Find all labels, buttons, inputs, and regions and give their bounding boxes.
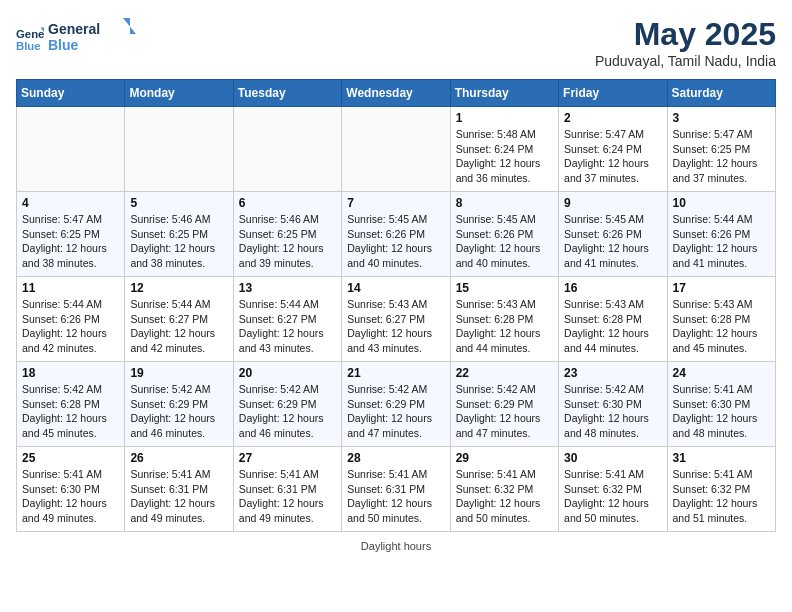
day-info: Sunrise: 5:42 AM Sunset: 6:29 PM Dayligh… [239,382,336,441]
calendar-cell [125,107,233,192]
day-number: 29 [456,451,553,465]
day-number: 17 [673,281,770,295]
calendar-cell: 30Sunrise: 5:41 AM Sunset: 6:32 PM Dayli… [559,447,667,532]
calendar-cell: 9Sunrise: 5:45 AM Sunset: 6:26 PM Daylig… [559,192,667,277]
day-info: Sunrise: 5:47 AM Sunset: 6:24 PM Dayligh… [564,127,661,186]
day-number: 10 [673,196,770,210]
calendar-cell [17,107,125,192]
calendar-cell: 27Sunrise: 5:41 AM Sunset: 6:31 PM Dayli… [233,447,341,532]
day-info: Sunrise: 5:48 AM Sunset: 6:24 PM Dayligh… [456,127,553,186]
svg-text:General: General [16,28,44,40]
day-info: Sunrise: 5:45 AM Sunset: 6:26 PM Dayligh… [564,212,661,271]
day-number: 20 [239,366,336,380]
calendar-week-row: 1Sunrise: 5:48 AM Sunset: 6:24 PM Daylig… [17,107,776,192]
generalblue-logo: General Blue [48,16,138,56]
day-info: Sunrise: 5:42 AM Sunset: 6:30 PM Dayligh… [564,382,661,441]
day-number: 4 [22,196,119,210]
day-number: 16 [564,281,661,295]
day-info: Sunrise: 5:44 AM Sunset: 6:26 PM Dayligh… [673,212,770,271]
day-number: 28 [347,451,444,465]
day-info: Sunrise: 5:43 AM Sunset: 6:28 PM Dayligh… [564,297,661,356]
calendar-cell: 17Sunrise: 5:43 AM Sunset: 6:28 PM Dayli… [667,277,775,362]
calendar-cell [342,107,450,192]
logo: General Blue General Blue [16,16,138,60]
svg-marker-5 [123,18,136,34]
calendar-week-row: 11Sunrise: 5:44 AM Sunset: 6:26 PM Dayli… [17,277,776,362]
calendar-cell: 3Sunrise: 5:47 AM Sunset: 6:25 PM Daylig… [667,107,775,192]
day-info: Sunrise: 5:41 AM Sunset: 6:30 PM Dayligh… [22,467,119,526]
calendar-week-row: 25Sunrise: 5:41 AM Sunset: 6:30 PM Dayli… [17,447,776,532]
day-number: 3 [673,111,770,125]
month-title: May 2025 [595,16,776,53]
calendar-day-header: Friday [559,80,667,107]
day-info: Sunrise: 5:41 AM Sunset: 6:30 PM Dayligh… [673,382,770,441]
calendar-cell: 12Sunrise: 5:44 AM Sunset: 6:27 PM Dayli… [125,277,233,362]
day-info: Sunrise: 5:41 AM Sunset: 6:32 PM Dayligh… [564,467,661,526]
calendar-cell: 6Sunrise: 5:46 AM Sunset: 6:25 PM Daylig… [233,192,341,277]
calendar-day-header: Sunday [17,80,125,107]
day-number: 13 [239,281,336,295]
day-number: 25 [22,451,119,465]
day-number: 31 [673,451,770,465]
day-info: Sunrise: 5:43 AM Sunset: 6:28 PM Dayligh… [456,297,553,356]
svg-text:General: General [48,21,100,37]
calendar-cell: 19Sunrise: 5:42 AM Sunset: 6:29 PM Dayli… [125,362,233,447]
day-number: 26 [130,451,227,465]
calendar-day-header: Monday [125,80,233,107]
day-info: Sunrise: 5:41 AM Sunset: 6:32 PM Dayligh… [456,467,553,526]
day-info: Sunrise: 5:44 AM Sunset: 6:27 PM Dayligh… [130,297,227,356]
day-info: Sunrise: 5:44 AM Sunset: 6:27 PM Dayligh… [239,297,336,356]
day-info: Sunrise: 5:47 AM Sunset: 6:25 PM Dayligh… [673,127,770,186]
svg-text:Blue: Blue [48,37,79,53]
day-number: 14 [347,281,444,295]
day-info: Sunrise: 5:46 AM Sunset: 6:25 PM Dayligh… [130,212,227,271]
day-number: 11 [22,281,119,295]
day-info: Sunrise: 5:47 AM Sunset: 6:25 PM Dayligh… [22,212,119,271]
calendar-cell: 14Sunrise: 5:43 AM Sunset: 6:27 PM Dayli… [342,277,450,362]
calendar-cell: 4Sunrise: 5:47 AM Sunset: 6:25 PM Daylig… [17,192,125,277]
day-info: Sunrise: 5:41 AM Sunset: 6:32 PM Dayligh… [673,467,770,526]
day-number: 23 [564,366,661,380]
calendar-week-row: 4Sunrise: 5:47 AM Sunset: 6:25 PM Daylig… [17,192,776,277]
calendar-cell: 7Sunrise: 5:45 AM Sunset: 6:26 PM Daylig… [342,192,450,277]
day-info: Sunrise: 5:42 AM Sunset: 6:29 PM Dayligh… [347,382,444,441]
day-info: Sunrise: 5:43 AM Sunset: 6:27 PM Dayligh… [347,297,444,356]
day-info: Sunrise: 5:41 AM Sunset: 6:31 PM Dayligh… [130,467,227,526]
day-number: 19 [130,366,227,380]
location-title: Puduvayal, Tamil Nadu, India [595,53,776,69]
calendar-cell: 20Sunrise: 5:42 AM Sunset: 6:29 PM Dayli… [233,362,341,447]
page-header: General Blue General Blue May 2025 Puduv… [16,16,776,69]
calendar-cell: 25Sunrise: 5:41 AM Sunset: 6:30 PM Dayli… [17,447,125,532]
day-number: 12 [130,281,227,295]
day-number: 2 [564,111,661,125]
calendar-cell [233,107,341,192]
day-number: 5 [130,196,227,210]
calendar-day-header: Tuesday [233,80,341,107]
day-number: 7 [347,196,444,210]
calendar-cell: 22Sunrise: 5:42 AM Sunset: 6:29 PM Dayli… [450,362,558,447]
calendar-cell: 2Sunrise: 5:47 AM Sunset: 6:24 PM Daylig… [559,107,667,192]
day-number: 24 [673,366,770,380]
calendar-cell: 26Sunrise: 5:41 AM Sunset: 6:31 PM Dayli… [125,447,233,532]
day-info: Sunrise: 5:42 AM Sunset: 6:29 PM Dayligh… [456,382,553,441]
calendar-week-row: 18Sunrise: 5:42 AM Sunset: 6:28 PM Dayli… [17,362,776,447]
day-info: Sunrise: 5:42 AM Sunset: 6:29 PM Dayligh… [130,382,227,441]
calendar-cell: 21Sunrise: 5:42 AM Sunset: 6:29 PM Dayli… [342,362,450,447]
day-number: 21 [347,366,444,380]
calendar-cell: 15Sunrise: 5:43 AM Sunset: 6:28 PM Dayli… [450,277,558,362]
day-number: 18 [22,366,119,380]
calendar-day-header: Thursday [450,80,558,107]
calendar-cell: 13Sunrise: 5:44 AM Sunset: 6:27 PM Dayli… [233,277,341,362]
calendar-cell: 28Sunrise: 5:41 AM Sunset: 6:31 PM Dayli… [342,447,450,532]
calendar-cell: 1Sunrise: 5:48 AM Sunset: 6:24 PM Daylig… [450,107,558,192]
calendar-day-header: Wednesday [342,80,450,107]
day-number: 27 [239,451,336,465]
day-number: 30 [564,451,661,465]
day-info: Sunrise: 5:41 AM Sunset: 6:31 PM Dayligh… [347,467,444,526]
calendar-cell: 24Sunrise: 5:41 AM Sunset: 6:30 PM Dayli… [667,362,775,447]
day-info: Sunrise: 5:42 AM Sunset: 6:28 PM Dayligh… [22,382,119,441]
logo-icon: General Blue [16,24,44,52]
day-info: Sunrise: 5:45 AM Sunset: 6:26 PM Dayligh… [456,212,553,271]
footer: Daylight hours [16,540,776,552]
calendar-cell: 29Sunrise: 5:41 AM Sunset: 6:32 PM Dayli… [450,447,558,532]
